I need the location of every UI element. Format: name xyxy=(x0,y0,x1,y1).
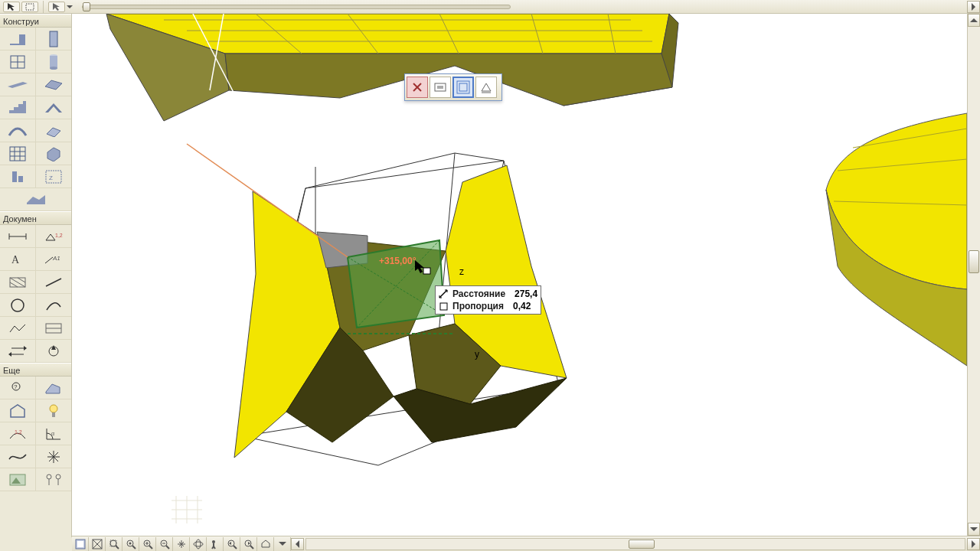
interior-tool-icon[interactable] xyxy=(0,399,36,422)
slab-tool-icon[interactable] xyxy=(36,73,72,96)
radial-dim-tool-icon[interactable]: 1,2 xyxy=(0,422,36,445)
svg-rect-16 xyxy=(10,147,25,161)
origin-grid-icon xyxy=(172,496,202,523)
hscroll-left-button[interactable] xyxy=(291,538,304,550)
beam-tool-icon[interactable] xyxy=(0,73,36,96)
worksheet-tool-icon[interactable] xyxy=(36,377,72,399)
scroll-down-button[interactable] xyxy=(968,523,980,536)
arrow-select-icon[interactable] xyxy=(3,2,20,12)
object-tool-icon[interactable] xyxy=(0,165,36,188)
window-tool-icon[interactable] xyxy=(0,51,36,73)
nav-zoom-selected-icon[interactable] xyxy=(122,537,139,551)
drawing-tool-icon[interactable] xyxy=(36,317,72,340)
svg-marker-11 xyxy=(8,82,28,88)
nav-zoom-out-icon[interactable] xyxy=(156,537,173,551)
elevation-tool-icon[interactable] xyxy=(36,340,72,363)
door-tool-icon[interactable] xyxy=(36,28,72,51)
zoom-slider[interactable] xyxy=(82,5,511,9)
svg-rect-1 xyxy=(26,4,34,10)
label-tool-icon[interactable]: A1 xyxy=(36,248,72,271)
detail-tool-icon[interactable]: ? xyxy=(0,377,36,399)
column-tool-icon[interactable] xyxy=(36,51,72,73)
marquee-icon[interactable] xyxy=(21,2,38,12)
svg-line-141 xyxy=(234,546,237,549)
tracker-tooltip: Расстояние 275,4 Пропорция 0,42 xyxy=(435,285,541,315)
hotspot-tool-icon[interactable] xyxy=(36,445,72,468)
hscroll-thumb[interactable] xyxy=(629,540,655,549)
level-dim-tool-icon[interactable]: 1,2 xyxy=(36,225,72,248)
toolbox-section-design: Конструи xyxy=(0,14,71,28)
dimension-readout: +315,00° xyxy=(379,256,416,266)
figure-tool-icon[interactable] xyxy=(0,468,36,491)
nav-pan-icon[interactable] xyxy=(173,537,190,551)
nav-home-view-icon[interactable] xyxy=(257,537,274,551)
nav-dropdown-icon[interactable] xyxy=(274,537,291,551)
vertical-scrollbar[interactable] xyxy=(967,14,980,536)
nav-next-view-icon[interactable] xyxy=(240,537,257,551)
scroll-up-button[interactable] xyxy=(968,14,980,27)
zoom-slider-thumb[interactable] xyxy=(83,2,90,11)
pet-close-icon[interactable] xyxy=(407,77,428,98)
svg-marker-142 xyxy=(229,542,231,545)
svg-line-36 xyxy=(10,278,25,287)
morph-tool-icon[interactable] xyxy=(36,142,72,165)
nav-orbit-icon[interactable] xyxy=(190,537,207,551)
grid-tool-icon[interactable] xyxy=(36,468,72,491)
polyline-tool-icon[interactable] xyxy=(0,317,36,340)
nav-options-icon[interactable] xyxy=(72,537,89,551)
svg-rect-4 xyxy=(50,31,57,47)
scroll-right-button[interactable] xyxy=(967,1,980,13)
roof-tool-icon[interactable] xyxy=(36,96,72,119)
svg-marker-3 xyxy=(10,34,25,45)
svg-line-37 xyxy=(10,282,18,287)
svg-marker-13 xyxy=(9,101,26,113)
spline-tool-icon[interactable] xyxy=(0,445,36,468)
lamp-tool-icon[interactable] xyxy=(36,399,72,422)
svg-line-114 xyxy=(439,290,447,298)
text-tool-icon[interactable]: A xyxy=(0,248,36,271)
vscroll-thumb[interactable] xyxy=(969,250,979,273)
distance-icon xyxy=(439,289,448,298)
dimension-tool-icon[interactable] xyxy=(0,225,36,248)
horizontal-scrollbar[interactable] xyxy=(305,538,965,550)
nav-fit-icon[interactable] xyxy=(89,537,106,551)
pet-offset-all-icon[interactable] xyxy=(452,77,474,98)
svg-rect-22 xyxy=(12,171,17,182)
svg-rect-111 xyxy=(459,83,467,91)
svg-line-39 xyxy=(46,279,61,286)
pet-palette[interactable] xyxy=(404,73,502,101)
section-tool-icon[interactable] xyxy=(0,340,36,363)
svg-line-33 xyxy=(45,257,53,263)
pet-extrude-icon[interactable] xyxy=(475,77,497,98)
model-viewport[interactable]: +315,00° z y Расстояние 275,4 xyxy=(72,14,967,536)
wall-tool-icon[interactable] xyxy=(0,28,36,51)
svg-text:Z: Z xyxy=(49,174,53,181)
shell-tool-icon[interactable] xyxy=(0,119,36,142)
nav-explore-icon[interactable] xyxy=(207,537,224,551)
svg-text:A: A xyxy=(11,254,20,266)
svg-marker-30 xyxy=(46,234,55,240)
scene-roof-slab xyxy=(106,14,678,121)
arc-tool-icon[interactable] xyxy=(36,294,72,317)
nav-zoom-in-icon[interactable] xyxy=(139,537,156,551)
svg-point-40 xyxy=(11,299,24,311)
curtainwall-tool-icon[interactable] xyxy=(0,142,36,165)
skylight-tool-icon[interactable] xyxy=(36,119,72,142)
pet-offset-edge-icon[interactable] xyxy=(430,77,451,98)
zone-tool-icon[interactable]: Z xyxy=(36,165,72,188)
fill-tool-icon[interactable] xyxy=(0,271,36,294)
mesh-tool-icon[interactable] xyxy=(0,188,71,211)
hscroll-right-button[interactable] xyxy=(967,538,980,550)
line-tool-icon[interactable] xyxy=(36,271,72,294)
dropdown-icon[interactable] xyxy=(67,5,73,8)
svg-rect-110 xyxy=(457,81,469,93)
cursor-arrow-icon[interactable] xyxy=(48,2,65,12)
circle-tool-icon[interactable] xyxy=(0,294,36,317)
edit-cursor-icon xyxy=(415,260,430,276)
svg-line-38 xyxy=(18,278,25,282)
svg-line-125 xyxy=(132,546,136,549)
nav-prev-view-icon[interactable] xyxy=(224,537,240,551)
nav-zoom-window-icon[interactable] xyxy=(106,537,122,551)
angle-dim-tool-icon[interactable]: α xyxy=(36,422,72,445)
stair-tool-icon[interactable] xyxy=(0,96,36,119)
